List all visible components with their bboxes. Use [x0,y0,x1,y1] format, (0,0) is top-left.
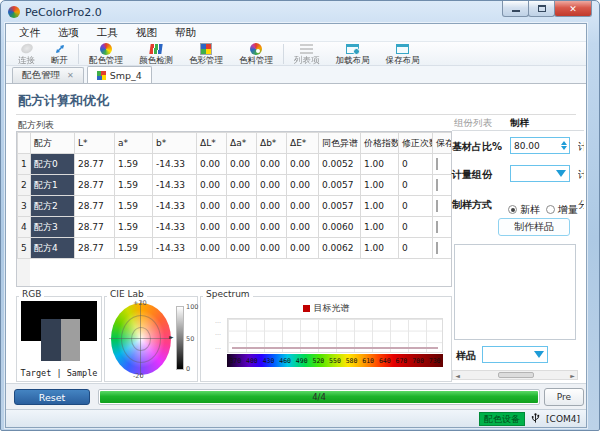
document-tab-bar: 配色管理 ✕ Smp_4 [6,66,586,83]
connect-button[interactable]: 连接 [10,42,43,66]
lightness-min-label: 0 [186,365,190,373]
status-bar: 配色设备 [COM4] [6,409,586,427]
menu-tools[interactable]: 工具 [88,25,127,41]
col-L: L* [75,133,115,154]
wavelength-axis: 370 400 430 460 490 520 550 580 610 640 … [227,354,443,367]
com-port-label: [COM4] [546,414,580,424]
target-spectrum-line [232,347,438,349]
recipe-name-cell[interactable]: 配方1 [31,175,75,196]
close-button[interactable]: ✕ [554,1,592,17]
lightness-marker-icon: ► [169,333,174,340]
table-row[interactable]: 5 配方4 28.77 1.59 -14.33 0.00 0.00 0.00 0… [18,238,453,259]
app-window: PeColorPro2.0 ✕ 文件 选项 工具 视图 帮助 连接 断开 [0,0,600,431]
minimize-icon [512,10,520,12]
rgb-panel: RGB Target | Sample [16,289,102,382]
horizontal-scrollbar[interactable]: ◄ ► [452,370,578,380]
disconnect-icon [54,43,66,55]
toolbar-separator [78,44,79,64]
spinner-up-icon[interactable] [561,141,567,145]
menu-help[interactable]: 帮助 [166,25,205,41]
table-row[interactable]: 2 配方1 28.77 1.59 -14.33 0.00 0.00 0.00 0… [18,175,453,196]
scroll-right-icon[interactable]: ► [568,371,577,379]
col-dE: ΔE* [287,133,319,154]
save-checkbox[interactable] [436,179,438,191]
legend-label: 目标光谱 [314,302,350,315]
maximize-button[interactable] [528,1,555,17]
menu-options[interactable]: 选项 [49,25,88,41]
color-detect-button[interactable]: 颜色检测 [131,42,181,66]
recipe-name-cell[interactable]: 配方4 [31,238,75,259]
save-layout-button[interactable]: 保存布局 [378,42,428,66]
col-da: Δa* [227,133,257,154]
save-checkbox[interactable] [436,158,438,170]
target-color-swatch [41,319,61,361]
sample-dropdown[interactable] [482,346,548,363]
scroll-left-icon[interactable]: ◄ [453,371,462,379]
col-db: Δb* [257,133,287,154]
scrollbar-thumb[interactable] [498,372,534,378]
reset-button[interactable]: Reset [14,389,90,405]
colorant-manage-icon [250,43,262,55]
tab-make-sample[interactable]: 制样 [510,117,529,130]
spectrum-legend: 目标光谱 [201,302,451,315]
menu-bar: 文件 选项 工具 视图 帮助 [6,24,586,42]
spinner-down-icon[interactable] [561,146,567,150]
clipped-text-fragment: 计 [578,168,584,182]
cielab-a-axis [109,338,172,339]
color-manage-icon [200,43,212,55]
save-checkbox[interactable] [436,242,438,254]
chevron-down-icon [556,170,566,177]
minimize-button[interactable] [502,1,529,17]
make-sample-panel: 组份列表 制样 基材占比% 80.00 计量组份 制样方式 [452,116,584,382]
app-logo-icon [8,6,20,18]
recipe-name-cell[interactable]: 配方0 [31,154,75,175]
color-match-manage-button[interactable]: 配色管理 [81,42,131,66]
disconnect-button[interactable]: 断开 [43,42,76,66]
save-checkbox[interactable] [436,221,438,233]
method-label: 制样方式 [452,198,492,212]
cielab-axis-label-bottom: -20 [133,372,144,380]
recipe-name-cell[interactable]: 配方2 [31,196,75,217]
sample-label: 样品 [456,349,476,363]
tab-component-list[interactable]: 组份列表 [454,117,492,130]
table-row[interactable]: 3 配方2 28.77 1.59 -14.33 0.00 0.00 0.00 0… [18,196,453,217]
y-axis-tick: … [215,329,221,336]
cielab-axis-label-top: +20 [133,299,147,307]
save-layout-icon [396,44,409,54]
sample-tab-icon [97,71,106,80]
maximize-icon [538,5,546,12]
load-layout-button[interactable]: 加载布局 [328,42,378,66]
chevron-down-icon [534,351,544,358]
window-title: PeColorPro2.0 [25,6,102,19]
tab-color-match-manage[interactable]: 配色管理 ✕ [12,67,84,83]
tab-close-icon[interactable]: ✕ [67,71,74,80]
make-sample-button[interactable]: 制作样品 [498,218,570,236]
tab-smp4[interactable]: Smp_4 [87,66,152,83]
save-checkbox[interactable] [436,200,438,212]
lightness-scale-bar [176,306,184,370]
table-row[interactable]: 1 配方0 28.77 1.59 -14.33 0.00 0.00 0.00 0… [18,154,453,175]
metering-dropdown[interactable] [510,165,570,182]
colorant-manage-button[interactable]: 色料管理 [231,42,281,66]
color-detect-icon [149,44,162,54]
usb-icon [530,409,541,428]
menu-view[interactable]: 视图 [127,25,166,41]
menu-file[interactable]: 文件 [10,25,49,41]
divider [16,114,576,115]
col-dL: ΔL* [197,133,227,154]
page-title: 配方计算和优化 [18,92,109,110]
base-ratio-spinner[interactable]: 80.00 [510,137,570,154]
recipe-name-cell[interactable]: 配方3 [31,217,75,238]
component-list-box[interactable] [454,244,576,340]
radio-new-sample[interactable]: 新样 [508,198,540,217]
radio-increment[interactable]: 增量 [546,198,578,217]
rgb-caption: Target | Sample [17,368,101,378]
lightness-max-label: 100 [186,303,198,311]
color-manage-button[interactable]: 色彩管理 [181,42,231,66]
table-row[interactable]: 4 配方3 28.77 1.59 -14.33 0.00 0.00 0.00 0… [18,217,453,238]
col-metamerism: 同色异谱 [319,133,361,154]
pre-button[interactable]: Pre [544,388,584,406]
col-price-index: 价格指数 [361,133,399,154]
list-items-button[interactable]: 列表项 [286,42,328,66]
connect-icon [19,42,33,55]
